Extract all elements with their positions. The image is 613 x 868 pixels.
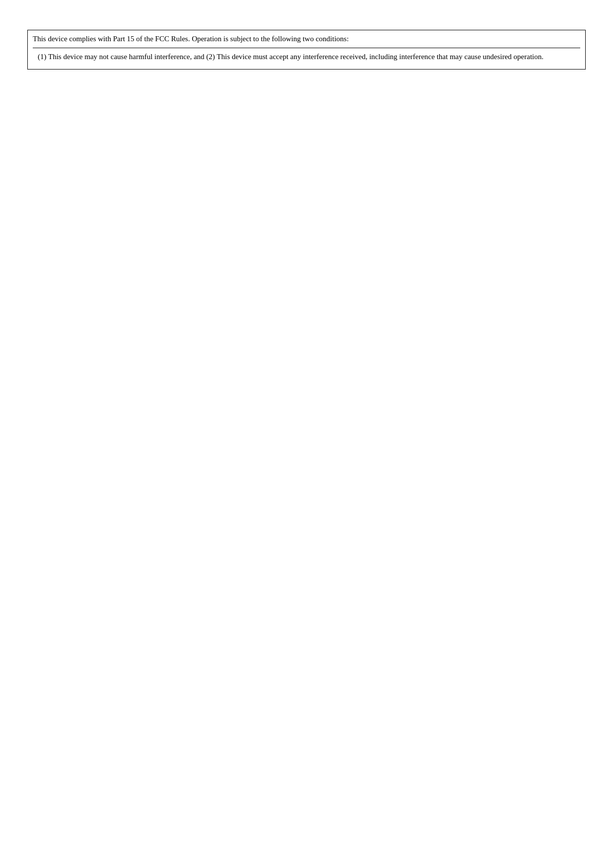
fcc-notice-line1: This device complies with Part 15 of the… xyxy=(33,33,580,45)
fcc-notice-line2: (1) This device may not cause harmful in… xyxy=(33,48,580,67)
fcc-notice-box: This device complies with Part 15 of the… xyxy=(27,30,586,70)
page-container: This device complies with Part 15 of the… xyxy=(0,0,613,868)
